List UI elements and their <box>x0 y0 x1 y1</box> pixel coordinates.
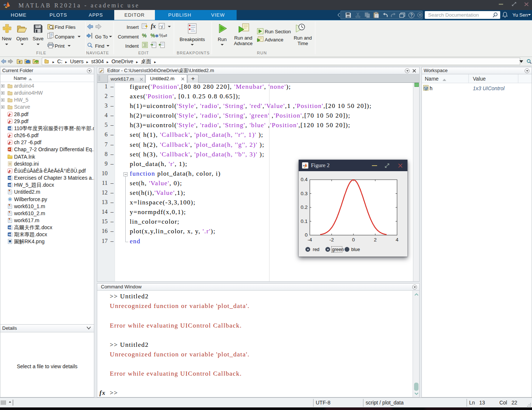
svg-text:W: W <box>8 176 11 180</box>
svg-text:0: 0 <box>352 237 355 243</box>
svg-text:-4: -4 <box>308 237 312 243</box>
svg-text:0.3: 0.3 <box>301 191 308 196</box>
svg-text:0.4: 0.4 <box>301 177 308 182</box>
svg-text:0.2: 0.2 <box>301 204 308 210</box>
svg-text:fi: fi <box>161 26 163 29</box>
svg-text:W: W <box>8 233 11 236</box>
svg-text:0: 0 <box>305 232 308 238</box>
svg-text:2: 2 <box>374 237 377 243</box>
svg-text:PDF: PDF <box>9 122 11 123</box>
svg-text:PDF: PDF <box>9 143 11 145</box>
svg-text:-2: -2 <box>329 237 334 243</box>
svg-text:4: 4 <box>396 237 399 243</box>
svg-text:P: P <box>9 148 11 151</box>
svg-text:W: W <box>8 183 11 187</box>
svg-text:PDF: PDF <box>9 136 11 138</box>
svg-text:0.1: 0.1 <box>301 218 308 224</box>
svg-text:W: W <box>8 127 11 130</box>
svg-text:PDF: PDF <box>9 172 11 173</box>
svg-text:PDF: PDF <box>9 115 11 116</box>
svg-text:W: W <box>8 226 11 229</box>
